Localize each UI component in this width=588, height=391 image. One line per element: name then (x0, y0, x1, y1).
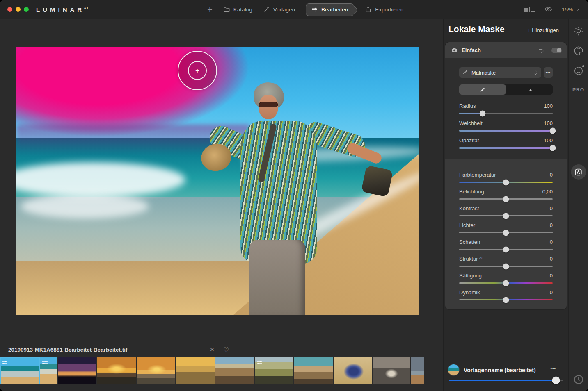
slider-handle[interactable] (550, 145, 556, 151)
mask-options-button[interactable]: ••• (544, 67, 553, 78)
slider-fill (459, 147, 553, 149)
filmstrip-thumbnail[interactable] (58, 357, 96, 384)
slider-label: Dynamik (459, 289, 480, 296)
filmstrip-thumbnail[interactable] (215, 357, 254, 384)
slider-track[interactable] (459, 232, 553, 233)
compare-before-after-button[interactable] (524, 7, 535, 12)
woman-sunglasses (259, 102, 278, 107)
adjustments-section: Farbtemperatur 0 Belichtung 0,00 (445, 159, 567, 309)
minimize-window-button[interactable] (16, 7, 21, 12)
slider-handle[interactable] (503, 230, 509, 236)
slider-handle[interactable] (503, 213, 509, 219)
camera-icon (451, 47, 458, 54)
filmstrip-thumbnail[interactable] (294, 357, 333, 384)
close-window-button[interactable] (7, 7, 12, 12)
eraser-icon (526, 86, 533, 93)
mask-visibility-toggle[interactable] (551, 48, 562, 53)
slider-value: 100 (544, 103, 553, 110)
sliders-icon (311, 6, 318, 13)
mask-type-select[interactable]: Malmaske (459, 67, 541, 78)
creative-tools-button[interactable] (573, 45, 584, 57)
zoom-level-control[interactable]: 15% (562, 7, 580, 13)
panel-header: Lokale Maske + Hinzufügen (444, 24, 568, 34)
main-nav: + Katalog Vorlagen Bearbeiten Exportiere… (207, 0, 403, 19)
photo-beach-woman[interactable]: + (16, 47, 419, 315)
slider-value: 100 (544, 120, 553, 127)
clock-icon (573, 374, 584, 385)
filmstrip-thumbnail-selected[interactable] (0, 357, 39, 384)
edit-canvas[interactable]: + (0, 19, 443, 343)
filmstrip-thumbnail[interactable] (137, 357, 175, 384)
slider-label: Kontrast (459, 205, 479, 212)
fullscreen-window-button[interactable] (24, 7, 29, 12)
slider-handle[interactable] (503, 196, 509, 202)
filmstrip-thumbnail[interactable] (40, 357, 57, 384)
slider-schatten: Schatten 0 (459, 236, 553, 250)
filmstrip-thumbnail[interactable] (373, 357, 410, 384)
photo-wave-foam (21, 194, 149, 218)
slider-label: Weichheit (459, 120, 483, 127)
luminar-window: LUMINARAI + Katalog Vorlagen Bearbeiten … (0, 0, 588, 391)
slider-track[interactable] (459, 147, 553, 149)
preset-options-button[interactable]: ••• (550, 366, 556, 371)
tool-strip: PRO (568, 19, 588, 391)
templates-tab[interactable]: Vorlagen (263, 6, 295, 13)
edited-badge-icon (256, 359, 263, 364)
eraser-tab[interactable] (506, 84, 553, 95)
current-filename: 20190913-MK1A6881-Bearbeitet-Bearbeitet.… (8, 347, 127, 353)
woman-sandals-in-hand (361, 165, 393, 197)
slider-track[interactable] (459, 215, 553, 216)
filmstrip-thumbnail[interactable] (411, 357, 424, 384)
slider-handle[interactable] (503, 246, 509, 252)
preview-eye-button[interactable] (544, 5, 553, 15)
palette-icon (573, 45, 584, 56)
filmstrip-thumbnail[interactable] (97, 357, 136, 384)
portrait-tools-button[interactable] (573, 66, 584, 77)
brush-cursor-inner-ring: + (188, 61, 207, 80)
slider-handle[interactable] (550, 128, 556, 134)
remove-flag-button[interactable]: ✕ (210, 346, 215, 353)
slider-value: 0,00 (542, 189, 553, 196)
slider-track[interactable] (459, 282, 553, 284)
eye-icon (544, 5, 553, 14)
history-button[interactable] (573, 374, 584, 386)
essentials-tools-button[interactable] (573, 26, 584, 38)
slider-handle[interactable] (503, 179, 509, 185)
slider-handle[interactable] (480, 111, 486, 117)
pro-tools-button[interactable]: PRO (572, 87, 584, 93)
slider-track[interactable] (459, 182, 553, 183)
paint-brush-tab[interactable] (459, 84, 506, 95)
add-photos-button[interactable]: + (207, 5, 213, 14)
slider-track[interactable] (459, 266, 553, 267)
catalog-tab[interactable]: Katalog (223, 6, 252, 13)
slider-track[interactable] (459, 130, 553, 132)
mask-tool-icon (574, 168, 583, 177)
add-mask-button[interactable]: + Hinzufügen (527, 27, 559, 33)
slider-label: Sättigung (459, 273, 482, 280)
favorite-button[interactable]: ♡ (223, 346, 229, 354)
filmstrip-thumbnail[interactable] (334, 357, 372, 384)
slider-track[interactable] (459, 249, 553, 250)
export-tab[interactable]: Exportieren (365, 6, 403, 13)
edited-badge-icon (42, 359, 48, 364)
filmstrip-thumbnail[interactable] (255, 357, 293, 384)
brush-mode-tabs (459, 84, 553, 95)
edit-tab[interactable]: Bearbeiten (306, 3, 354, 16)
slider-track[interactable] (459, 299, 553, 300)
undo-icon[interactable] (538, 47, 545, 54)
local-mask-tool-button-active[interactable] (571, 164, 586, 180)
preset-amount-handle[interactable] (552, 377, 560, 384)
preset-amount-slider[interactable] (449, 380, 563, 381)
slider-track[interactable] (459, 198, 553, 200)
magic-wand-icon (263, 6, 270, 13)
slider-handle[interactable] (503, 280, 509, 286)
ai-badge: AI (479, 256, 482, 259)
preset-amount-fill (449, 380, 556, 381)
slider-value: 0 (550, 289, 553, 296)
filmstrip-thumbnail[interactable] (176, 357, 215, 384)
slider-track[interactable] (459, 113, 553, 114)
slider-handle[interactable] (503, 297, 509, 303)
brush-cursor[interactable]: + (178, 51, 217, 90)
mask-group-header[interactable]: Einfach (445, 42, 567, 58)
slider-handle[interactable] (503, 263, 509, 269)
